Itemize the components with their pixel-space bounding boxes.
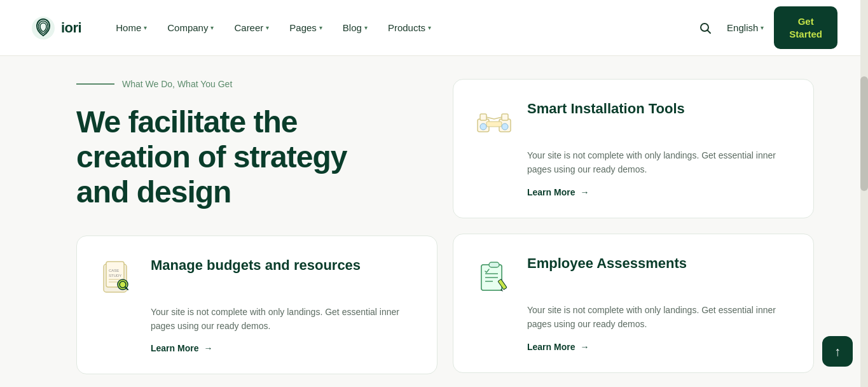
card-top: Employee Assessments <box>474 255 793 295</box>
chevron-icon: ▾ <box>210 24 214 31</box>
svg-rect-15 <box>502 114 508 120</box>
employee-assessments-title: Employee Assessments <box>527 255 687 273</box>
section-label-text: What We Do, What You Get <box>122 79 232 89</box>
svg-text:CASE: CASE <box>109 269 119 272</box>
search-icon <box>699 22 712 34</box>
assessment-icon <box>474 255 514 295</box>
budget-icon: CASE STUDY <box>97 257 138 297</box>
logo[interactable]: iori <box>31 15 81 41</box>
section-label: What We Do, What You Get <box>76 79 437 89</box>
nav-item-blog[interactable]: Blog ▾ <box>334 16 376 39</box>
svg-rect-25 <box>489 262 499 267</box>
svg-point-18 <box>502 123 508 130</box>
search-button[interactable] <box>694 17 717 39</box>
smart-installation-learn-more[interactable]: Learn More → <box>474 187 793 197</box>
hero-heading: We facilitate the creation of strategy a… <box>76 104 437 210</box>
svg-line-2 <box>708 30 711 33</box>
nav-item-career[interactable]: Career ▾ <box>225 16 278 39</box>
nav-links: Home ▾ Company ▾ Career ▾ Pages ▾ Blog ▾… <box>107 16 694 39</box>
nav-item-company[interactable]: Company ▾ <box>158 16 223 39</box>
svg-text:STUDY: STUDY <box>109 274 121 278</box>
logo-text: iori <box>61 20 81 36</box>
svg-point-17 <box>480 123 486 130</box>
smart-installation-title: Smart Installation Tools <box>527 100 685 118</box>
scrollbar-track[interactable] <box>860 0 868 387</box>
binoculars-icon <box>474 100 514 141</box>
nav-right: English ▾ Get Started <box>694 6 837 49</box>
main-content: What We Do, What You Get We facilitate t… <box>0 56 852 387</box>
manage-budgets-learn-more[interactable]: Learn More → <box>97 343 417 353</box>
chevron-icon: ▾ <box>364 24 368 31</box>
employee-assessments-card: Employee Assessments Your site is not co… <box>453 234 814 373</box>
svg-rect-16 <box>486 122 502 127</box>
smart-installation-card: Smart Installation Tools Your site is no… <box>453 79 814 218</box>
nav-item-pages[interactable]: Pages ▾ <box>280 16 331 39</box>
logo-icon <box>31 15 56 41</box>
scrollbar-thumb[interactable] <box>860 76 868 191</box>
chevron-icon: ▾ <box>144 24 147 31</box>
card-top: Smart Installation Tools <box>474 100 793 141</box>
nav-item-products[interactable]: Products ▾ <box>379 16 440 39</box>
svg-rect-13 <box>480 114 486 120</box>
chevron-icon: ▾ <box>266 24 269 31</box>
manage-budgets-title: Manage budgets and resources <box>151 257 361 275</box>
smart-installation-desc: Your site is not complete with only land… <box>474 148 793 177</box>
chevron-icon: ▾ <box>428 24 431 31</box>
hero-section: What We Do, What You Get We facilitate t… <box>76 79 437 374</box>
navbar: iori Home ▾ Company ▾ Career ▾ Pages ▾ B… <box>0 0 868 56</box>
employee-assessments-learn-more[interactable]: Learn More → <box>474 342 793 352</box>
language-label: English <box>727 22 758 33</box>
right-column: Smart Installation Tools Your site is no… <box>453 79 814 374</box>
language-chevron-icon: ▾ <box>761 24 764 31</box>
manage-budgets-card: CASE STUDY Manage budgets and resources … <box>76 236 437 375</box>
nav-item-home[interactable]: Home ▾ <box>107 16 156 39</box>
employee-assessments-desc: Your site is not complete with only land… <box>474 303 793 332</box>
card-top: CASE STUDY Manage budgets and resources <box>97 257 417 297</box>
language-selector[interactable]: English ▾ <box>727 22 764 33</box>
get-started-button[interactable]: Get Started <box>774 6 837 49</box>
chevron-icon: ▾ <box>319 24 322 31</box>
scroll-to-top-button[interactable]: ↑ <box>822 336 853 367</box>
manage-budgets-desc: Your site is not complete with only land… <box>97 305 417 334</box>
section-label-line <box>76 83 114 85</box>
